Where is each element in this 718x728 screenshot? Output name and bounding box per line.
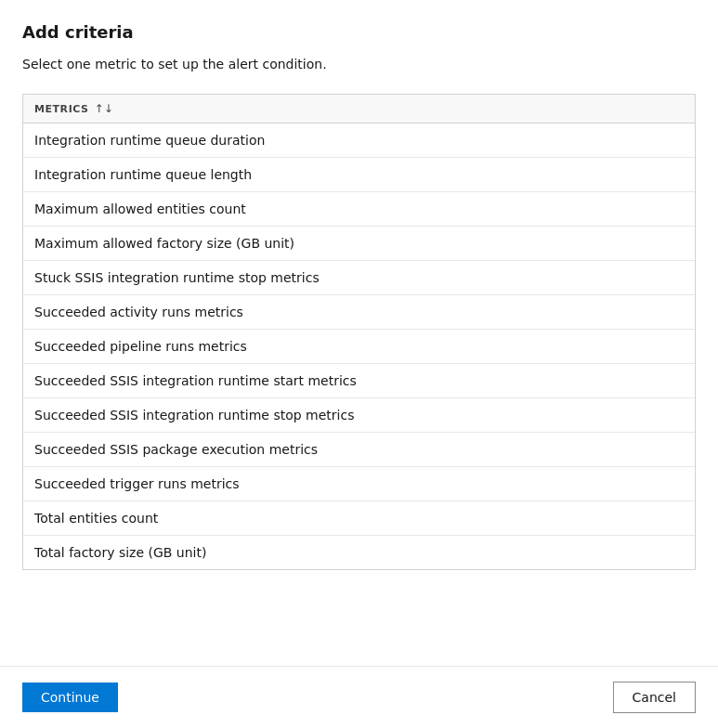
dialog-footer: Continue Cancel (0, 666, 718, 728)
metric-row[interactable]: Stuck SSIS integration runtime stop metr… (23, 261, 695, 295)
metric-row[interactable]: Succeeded SSIS integration runtime start… (23, 364, 695, 398)
dialog-subtitle: Select one metric to set up the alert co… (22, 57, 696, 72)
metrics-list[interactable]: Integration runtime queue durationIntegr… (23, 124, 695, 569)
continue-button[interactable]: Continue (22, 682, 118, 712)
metric-row[interactable]: Succeeded activity runs metrics (23, 295, 695, 330)
cancel-button[interactable]: Cancel (613, 682, 696, 713)
metric-row[interactable]: Succeeded pipeline runs metrics (23, 330, 695, 364)
metric-row[interactable]: Total entities count (23, 501, 695, 536)
metric-row[interactable]: Maximum allowed factory size (GB unit) (23, 227, 695, 261)
metric-row[interactable]: Integration runtime queue length (23, 158, 695, 192)
metric-row[interactable]: Succeeded trigger runs metrics (23, 467, 695, 501)
sort-icon[interactable]: ↑↓ (95, 102, 113, 115)
metrics-column-label: METRICS (34, 103, 89, 115)
metric-row[interactable]: Integration runtime queue duration (23, 124, 695, 158)
metrics-section: METRICS ↑↓ Integration runtime queue dur… (22, 94, 696, 570)
dialog-title: Add criteria (22, 22, 696, 42)
metric-row[interactable]: Maximum allowed entities count (23, 192, 695, 227)
add-criteria-dialog: Add criteria Select one metric to set up… (0, 0, 718, 728)
metrics-header: METRICS ↑↓ (23, 95, 695, 124)
dialog-content: Add criteria Select one metric to set up… (0, 0, 718, 651)
metric-row[interactable]: Succeeded SSIS integration runtime stop … (23, 398, 695, 433)
metric-row[interactable]: Total factory size (GB unit) (23, 536, 695, 569)
metric-row[interactable]: Succeeded SSIS package execution metrics (23, 433, 695, 467)
